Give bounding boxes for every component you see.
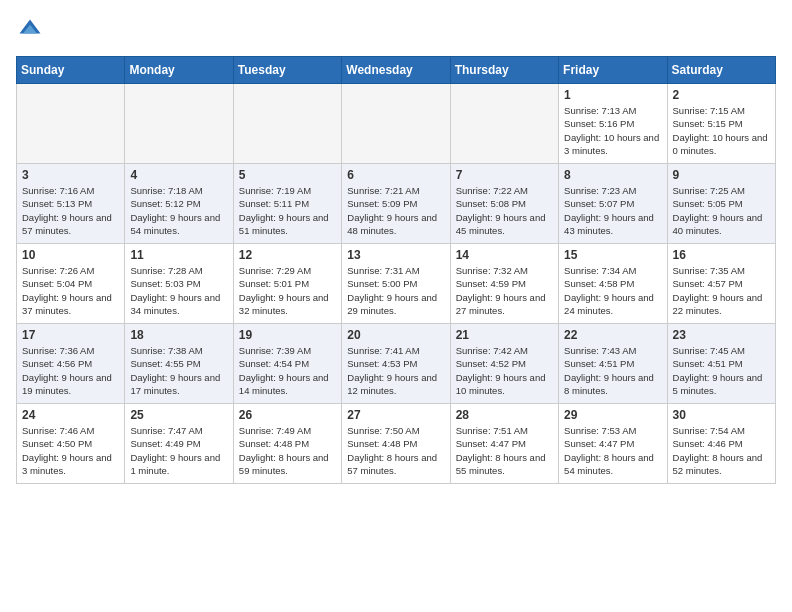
calendar-cell: 3Sunrise: 7:16 AM Sunset: 5:13 PM Daylig…	[17, 164, 125, 244]
calendar-cell: 7Sunrise: 7:22 AM Sunset: 5:08 PM Daylig…	[450, 164, 558, 244]
weekday-header: Wednesday	[342, 57, 450, 84]
day-info: Sunrise: 7:47 AM Sunset: 4:49 PM Dayligh…	[130, 424, 227, 477]
calendar-week-row: 10Sunrise: 7:26 AM Sunset: 5:04 PM Dayli…	[17, 244, 776, 324]
day-number: 2	[673, 88, 770, 102]
weekday-header: Sunday	[17, 57, 125, 84]
day-info: Sunrise: 7:34 AM Sunset: 4:58 PM Dayligh…	[564, 264, 661, 317]
day-number: 23	[673, 328, 770, 342]
day-number: 19	[239, 328, 336, 342]
day-number: 4	[130, 168, 227, 182]
calendar-cell: 6Sunrise: 7:21 AM Sunset: 5:09 PM Daylig…	[342, 164, 450, 244]
day-number: 11	[130, 248, 227, 262]
logo	[16, 16, 48, 44]
day-info: Sunrise: 7:54 AM Sunset: 4:46 PM Dayligh…	[673, 424, 770, 477]
day-info: Sunrise: 7:19 AM Sunset: 5:11 PM Dayligh…	[239, 184, 336, 237]
day-info: Sunrise: 7:35 AM Sunset: 4:57 PM Dayligh…	[673, 264, 770, 317]
day-info: Sunrise: 7:38 AM Sunset: 4:55 PM Dayligh…	[130, 344, 227, 397]
calendar-cell: 5Sunrise: 7:19 AM Sunset: 5:11 PM Daylig…	[233, 164, 341, 244]
day-number: 7	[456, 168, 553, 182]
day-number: 15	[564, 248, 661, 262]
calendar-cell: 24Sunrise: 7:46 AM Sunset: 4:50 PM Dayli…	[17, 404, 125, 484]
calendar-cell: 17Sunrise: 7:36 AM Sunset: 4:56 PM Dayli…	[17, 324, 125, 404]
calendar-cell	[342, 84, 450, 164]
calendar-cell: 26Sunrise: 7:49 AM Sunset: 4:48 PM Dayli…	[233, 404, 341, 484]
day-number: 1	[564, 88, 661, 102]
day-info: Sunrise: 7:53 AM Sunset: 4:47 PM Dayligh…	[564, 424, 661, 477]
day-info: Sunrise: 7:36 AM Sunset: 4:56 PM Dayligh…	[22, 344, 119, 397]
day-info: Sunrise: 7:50 AM Sunset: 4:48 PM Dayligh…	[347, 424, 444, 477]
day-info: Sunrise: 7:25 AM Sunset: 5:05 PM Dayligh…	[673, 184, 770, 237]
day-number: 9	[673, 168, 770, 182]
calendar-cell: 2Sunrise: 7:15 AM Sunset: 5:15 PM Daylig…	[667, 84, 775, 164]
day-number: 17	[22, 328, 119, 342]
calendar-cell	[233, 84, 341, 164]
day-number: 10	[22, 248, 119, 262]
day-number: 12	[239, 248, 336, 262]
day-number: 6	[347, 168, 444, 182]
day-info: Sunrise: 7:26 AM Sunset: 5:04 PM Dayligh…	[22, 264, 119, 317]
day-number: 14	[456, 248, 553, 262]
day-info: Sunrise: 7:49 AM Sunset: 4:48 PM Dayligh…	[239, 424, 336, 477]
day-info: Sunrise: 7:42 AM Sunset: 4:52 PM Dayligh…	[456, 344, 553, 397]
day-number: 3	[22, 168, 119, 182]
calendar-cell: 19Sunrise: 7:39 AM Sunset: 4:54 PM Dayli…	[233, 324, 341, 404]
calendar-cell: 12Sunrise: 7:29 AM Sunset: 5:01 PM Dayli…	[233, 244, 341, 324]
calendar-cell: 18Sunrise: 7:38 AM Sunset: 4:55 PM Dayli…	[125, 324, 233, 404]
calendar-cell: 4Sunrise: 7:18 AM Sunset: 5:12 PM Daylig…	[125, 164, 233, 244]
calendar-cell: 1Sunrise: 7:13 AM Sunset: 5:16 PM Daylig…	[559, 84, 667, 164]
day-number: 18	[130, 328, 227, 342]
calendar-week-row: 1Sunrise: 7:13 AM Sunset: 5:16 PM Daylig…	[17, 84, 776, 164]
header	[16, 16, 776, 44]
day-info: Sunrise: 7:23 AM Sunset: 5:07 PM Dayligh…	[564, 184, 661, 237]
calendar-cell: 13Sunrise: 7:31 AM Sunset: 5:00 PM Dayli…	[342, 244, 450, 324]
day-number: 28	[456, 408, 553, 422]
calendar-cell: 25Sunrise: 7:47 AM Sunset: 4:49 PM Dayli…	[125, 404, 233, 484]
calendar-cell	[125, 84, 233, 164]
day-info: Sunrise: 7:22 AM Sunset: 5:08 PM Dayligh…	[456, 184, 553, 237]
calendar-cell: 9Sunrise: 7:25 AM Sunset: 5:05 PM Daylig…	[667, 164, 775, 244]
calendar-cell	[17, 84, 125, 164]
day-number: 22	[564, 328, 661, 342]
day-info: Sunrise: 7:41 AM Sunset: 4:53 PM Dayligh…	[347, 344, 444, 397]
day-number: 25	[130, 408, 227, 422]
calendar-cell: 16Sunrise: 7:35 AM Sunset: 4:57 PM Dayli…	[667, 244, 775, 324]
day-info: Sunrise: 7:51 AM Sunset: 4:47 PM Dayligh…	[456, 424, 553, 477]
day-info: Sunrise: 7:28 AM Sunset: 5:03 PM Dayligh…	[130, 264, 227, 317]
logo-icon	[16, 16, 44, 44]
day-number: 21	[456, 328, 553, 342]
calendar-cell: 21Sunrise: 7:42 AM Sunset: 4:52 PM Dayli…	[450, 324, 558, 404]
calendar-cell: 30Sunrise: 7:54 AM Sunset: 4:46 PM Dayli…	[667, 404, 775, 484]
calendar-week-row: 17Sunrise: 7:36 AM Sunset: 4:56 PM Dayli…	[17, 324, 776, 404]
day-info: Sunrise: 7:32 AM Sunset: 4:59 PM Dayligh…	[456, 264, 553, 317]
day-info: Sunrise: 7:16 AM Sunset: 5:13 PM Dayligh…	[22, 184, 119, 237]
calendar-week-row: 24Sunrise: 7:46 AM Sunset: 4:50 PM Dayli…	[17, 404, 776, 484]
weekday-header-row: SundayMondayTuesdayWednesdayThursdayFrid…	[17, 57, 776, 84]
calendar-cell: 28Sunrise: 7:51 AM Sunset: 4:47 PM Dayli…	[450, 404, 558, 484]
calendar-cell: 8Sunrise: 7:23 AM Sunset: 5:07 PM Daylig…	[559, 164, 667, 244]
weekday-header: Saturday	[667, 57, 775, 84]
calendar-cell: 15Sunrise: 7:34 AM Sunset: 4:58 PM Dayli…	[559, 244, 667, 324]
day-number: 24	[22, 408, 119, 422]
calendar-cell	[450, 84, 558, 164]
calendar-week-row: 3Sunrise: 7:16 AM Sunset: 5:13 PM Daylig…	[17, 164, 776, 244]
day-info: Sunrise: 7:18 AM Sunset: 5:12 PM Dayligh…	[130, 184, 227, 237]
day-info: Sunrise: 7:46 AM Sunset: 4:50 PM Dayligh…	[22, 424, 119, 477]
calendar-cell: 10Sunrise: 7:26 AM Sunset: 5:04 PM Dayli…	[17, 244, 125, 324]
day-number: 5	[239, 168, 336, 182]
day-number: 27	[347, 408, 444, 422]
day-number: 16	[673, 248, 770, 262]
calendar-cell: 11Sunrise: 7:28 AM Sunset: 5:03 PM Dayli…	[125, 244, 233, 324]
day-info: Sunrise: 7:31 AM Sunset: 5:00 PM Dayligh…	[347, 264, 444, 317]
day-info: Sunrise: 7:15 AM Sunset: 5:15 PM Dayligh…	[673, 104, 770, 157]
calendar-cell: 14Sunrise: 7:32 AM Sunset: 4:59 PM Dayli…	[450, 244, 558, 324]
calendar-cell: 27Sunrise: 7:50 AM Sunset: 4:48 PM Dayli…	[342, 404, 450, 484]
day-number: 20	[347, 328, 444, 342]
day-info: Sunrise: 7:39 AM Sunset: 4:54 PM Dayligh…	[239, 344, 336, 397]
day-info: Sunrise: 7:45 AM Sunset: 4:51 PM Dayligh…	[673, 344, 770, 397]
calendar-cell: 23Sunrise: 7:45 AM Sunset: 4:51 PM Dayli…	[667, 324, 775, 404]
day-info: Sunrise: 7:43 AM Sunset: 4:51 PM Dayligh…	[564, 344, 661, 397]
weekday-header: Friday	[559, 57, 667, 84]
day-number: 8	[564, 168, 661, 182]
calendar-cell: 20Sunrise: 7:41 AM Sunset: 4:53 PM Dayli…	[342, 324, 450, 404]
weekday-header: Tuesday	[233, 57, 341, 84]
